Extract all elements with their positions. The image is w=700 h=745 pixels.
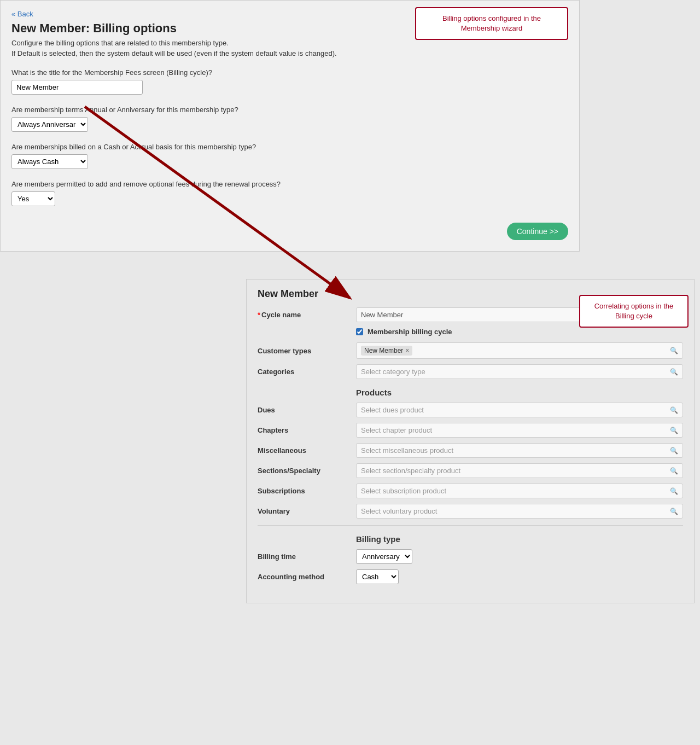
billing-time-select[interactable]: Anniversary Annual Default — [356, 549, 412, 564]
product-row-4: SubscriptionsSelect subscription product… — [258, 484, 683, 498]
q3-label: Are memberships billed on a Cash or Accr… — [11, 143, 568, 151]
product-placeholder-1: Select chapter product — [361, 426, 432, 434]
accounting-method-select[interactable]: Cash Accrual Default — [356, 569, 399, 584]
product-field-3[interactable]: Select section/specialty product🔍 — [356, 463, 683, 478]
customer-type-tag: New Member × — [361, 346, 412, 356]
product-row-1: ChaptersSelect chapter product🔍 — [258, 423, 683, 438]
q1-label: What is the title for the Membership Fee… — [11, 68, 568, 77]
product-row-0: DuesSelect dues product🔍 — [258, 403, 683, 417]
back-link[interactable]: Back — [11, 10, 33, 18]
bottom-callout-text: Correlating options in the Billing cycle — [594, 302, 674, 320]
cycle-name-label: *Cycle name — [258, 311, 356, 319]
q2-label: Are membership terms Annual or Anniversa… — [11, 106, 568, 114]
cash-accrual-select[interactable]: Always Cash Always Accrual Default — [11, 154, 88, 169]
product-field-1[interactable]: Select chapter product🔍 — [356, 423, 683, 438]
product-label-3: Sections/Specialty — [258, 467, 356, 475]
product-search-icon-1: 🔍 — [670, 427, 678, 434]
categories-row: Categories Select category type 🔍 — [258, 364, 683, 379]
optional-fees-select[interactable]: Yes No Default — [11, 191, 55, 206]
product-placeholder-3: Select section/specialty product — [361, 467, 460, 475]
q3-section: Are memberships billed on a Cash or Accr… — [11, 143, 568, 169]
accounting-method-label: Accounting method — [258, 573, 356, 581]
billing-type-heading: Billing type — [258, 534, 683, 544]
continue-button[interactable]: Continue >> — [507, 223, 568, 240]
products-container: DuesSelect dues product🔍ChaptersSelect c… — [258, 403, 683, 519]
product-placeholder-0: Select dues product — [361, 406, 424, 414]
bottom-panel: New Member Correlating options in the Bi… — [246, 279, 695, 603]
product-label-2: Miscellaneous — [258, 446, 356, 455]
billing-time-row: Billing time Anniversary Annual Default — [258, 549, 683, 564]
anniversary-select[interactable]: Always Anniversary Always Annual Default — [11, 117, 88, 132]
customer-types-row: Customer types New Member × 🔍 — [258, 342, 683, 359]
product-label-0: Dues — [258, 406, 356, 414]
customer-type-tag-label: New Member — [364, 347, 403, 354]
product-field-5[interactable]: Select voluntary product🔍 — [356, 504, 683, 519]
top-callout-text: Billing options configured in the Member… — [442, 14, 541, 32]
accounting-method-row: Accounting method Cash Accrual Default — [258, 569, 683, 584]
q4-section: Are members permitted to add and remove … — [11, 180, 568, 206]
page-description: Configure the billing options that are r… — [11, 39, 568, 47]
categories-placeholder: Select category type — [361, 368, 425, 376]
customer-types-search-icon: 🔍 — [670, 347, 678, 354]
product-field-2[interactable]: Select miscellaneous product🔍 — [356, 443, 683, 458]
membership-billing-cycle-checkbox[interactable] — [356, 328, 363, 335]
product-row-3: Sections/SpecialtySelect section/special… — [258, 463, 683, 478]
product-search-icon-3: 🔍 — [670, 467, 678, 475]
cycle-title-input[interactable] — [11, 80, 143, 95]
categories-label: Categories — [258, 368, 356, 376]
top-callout-box: Billing options configured in the Member… — [415, 7, 568, 40]
membership-billing-cycle-label: Membership billing cycle — [368, 328, 452, 336]
product-label-5: Voluntary — [258, 507, 356, 515]
billing-time-label: Billing time — [258, 552, 356, 561]
q1-section: What is the title for the Membership Fee… — [11, 68, 568, 95]
q2-section: Are membership terms Annual or Anniversa… — [11, 106, 568, 132]
product-search-icon-2: 🔍 — [670, 447, 678, 455]
product-search-icon-4: 🔍 — [670, 487, 678, 495]
product-label-1: Chapters — [258, 426, 356, 434]
q4-label: Are members permitted to add and remove … — [11, 180, 568, 188]
customer-types-field[interactable]: New Member × 🔍 — [356, 342, 683, 359]
categories-search-icon: 🔍 — [670, 368, 678, 376]
product-search-icon-0: 🔍 — [670, 406, 678, 414]
product-field-0[interactable]: Select dues product🔍 — [356, 403, 683, 417]
categories-field[interactable]: Select category type 🔍 — [356, 364, 683, 379]
product-search-icon-5: 🔍 — [670, 508, 678, 515]
membership-billing-cycle-row: Membership billing cycle — [356, 328, 683, 336]
product-row-2: MiscellaneousSelect miscellaneous produc… — [258, 443, 683, 458]
bottom-callout-box: Correlating options in the Billing cycle — [579, 295, 689, 328]
product-placeholder-4: Select subscription product — [361, 487, 446, 495]
top-panel: Back New Member: Billing options Configu… — [0, 0, 580, 252]
page-note: If Default is selected, then the system … — [11, 49, 568, 57]
required-star: * — [258, 311, 260, 319]
divider — [258, 525, 683, 526]
customer-types-label: Customer types — [258, 347, 356, 355]
product-label-4: Subscriptions — [258, 487, 356, 495]
products-heading: Products — [258, 388, 683, 397]
product-row-5: VoluntarySelect voluntary product🔍 — [258, 504, 683, 519]
product-placeholder-2: Select miscellaneous product — [361, 446, 453, 455]
product-placeholder-5: Select voluntary product — [361, 507, 437, 515]
product-field-4[interactable]: Select subscription product🔍 — [356, 484, 683, 498]
customer-type-tag-remove[interactable]: × — [405, 347, 409, 354]
